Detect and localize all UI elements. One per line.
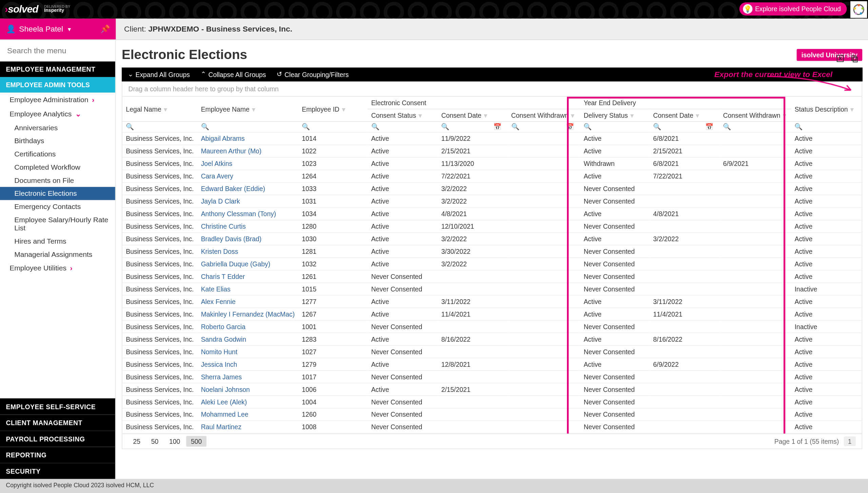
col-employee-id[interactable]: Employee ID▼ xyxy=(298,97,368,121)
page-size-25[interactable]: 25 xyxy=(128,436,145,447)
table-row[interactable]: Business Services, Inc.Nomito Hunt1027Ne… xyxy=(122,345,862,358)
search-employee-name[interactable]: 🔍 xyxy=(197,121,298,132)
col-consent-withdrawn[interactable]: Consent Withdrawn▼ xyxy=(508,109,580,121)
table-row[interactable]: Business Services, Inc.Kristen Doss1281A… xyxy=(122,245,862,258)
cell-employee-name[interactable]: Jayla D Clark xyxy=(197,195,298,208)
col-legal-name[interactable]: Legal Name▼ xyxy=(122,97,197,121)
table-row[interactable]: Business Services, Inc.Sandra Godwin1283… xyxy=(122,333,862,345)
nav-section-employee-self-service[interactable]: EMPLOYEE SELF-SERVICE xyxy=(0,398,115,415)
search-employee-id[interactable]: 🔍 xyxy=(298,121,368,132)
cell-employee-name[interactable]: Sherra James xyxy=(197,371,298,383)
filter-icon[interactable]: ▼ xyxy=(570,112,575,119)
search-d-consent-date[interactable]: 🔍📅 xyxy=(650,121,719,132)
nav-sub-certifications[interactable]: Certifications xyxy=(0,148,115,161)
nav-section-reporting[interactable]: REPORTING xyxy=(0,447,115,463)
table-row[interactable]: Business Services, Inc.Gabriella Duque (… xyxy=(122,258,862,270)
filter-icon[interactable]: ▼ xyxy=(417,112,423,119)
nav-section-payroll-processing[interactable]: PAYROLL PROCESSING xyxy=(0,431,115,447)
export-excel-button[interactable] xyxy=(836,54,845,64)
page-number[interactable]: 1 xyxy=(844,437,855,446)
nav-section-employee-management[interactable]: EMPLOYEE MANAGEMENT xyxy=(0,61,115,77)
nav-sub-completed-workflow[interactable]: Completed Workflow xyxy=(0,160,115,174)
cell-employee-name[interactable]: Cara Avery xyxy=(197,170,298,183)
calendar-icon[interactable]: 📅 xyxy=(705,123,714,131)
menu-search[interactable] xyxy=(0,40,115,61)
cell-employee-name[interactable]: Mohammed Lee xyxy=(197,408,298,421)
search-consent-status[interactable]: 🔍 xyxy=(368,121,438,132)
filter-icon[interactable]: ▼ xyxy=(251,106,256,112)
filter-icon[interactable]: ▼ xyxy=(694,112,700,119)
table-row[interactable]: Business Services, Inc.Joel Atkins1023Ac… xyxy=(122,157,862,170)
col-delivery-status[interactable]: Delivery Status▼ xyxy=(580,109,650,121)
table-row[interactable]: Business Services, Inc.Roberto Garcia100… xyxy=(122,320,862,333)
table-row[interactable]: Business Services, Inc.Bradley Davis (Br… xyxy=(122,233,862,245)
group-drop-area[interactable]: Drag a column header here to group by th… xyxy=(122,81,862,96)
filter-icon[interactable]: ▼ xyxy=(629,112,635,119)
nav-employee-administration[interactable]: Employee Administration› xyxy=(0,93,115,107)
search-consent-date[interactable]: 🔍📅 xyxy=(438,121,508,132)
nav-sub-birthdays[interactable]: Birthdays xyxy=(0,134,115,148)
copy-button[interactable] xyxy=(850,54,859,64)
nav-employee-utilities[interactable]: Employee Utilities› xyxy=(0,261,115,275)
cell-employee-name[interactable]: Sandra Godwin xyxy=(197,333,298,345)
pin-icon[interactable]: 📌 xyxy=(100,24,110,33)
table-row[interactable]: Business Services, Inc.Noelani Johnson10… xyxy=(122,383,862,396)
table-row[interactable]: Business Services, Inc.Alex Fennie1277Ac… xyxy=(122,295,862,308)
table-row[interactable]: Business Services, Inc.Christine Curtis1… xyxy=(122,220,862,233)
explore-people-cloud-button[interactable]: 💡 Explore isolved People Cloud xyxy=(739,2,847,16)
cell-employee-name[interactable]: Anthony Clessman (Tony) xyxy=(197,208,298,220)
page-size-50[interactable]: 50 xyxy=(146,436,163,447)
search-d-consent-withdrawn[interactable]: 🔍 xyxy=(719,121,791,132)
col-status-description[interactable]: Status Description▼ xyxy=(791,97,862,121)
filter-icon[interactable]: ▼ xyxy=(849,106,855,112)
expand-all-groups-button[interactable]: ⌄Expand All Groups xyxy=(128,71,190,78)
nav-section-employee-admin-tools[interactable]: EMPLOYEE ADMIN TOOLS xyxy=(0,77,115,93)
search-status[interactable]: 🔍 xyxy=(791,121,862,132)
calendar-icon[interactable]: 📅 xyxy=(566,123,574,131)
cell-employee-name[interactable]: Kate Elias xyxy=(197,283,298,295)
nav-sub-anniversaries[interactable]: Anniversaries xyxy=(0,121,115,134)
nav-section-security[interactable]: SECURITY xyxy=(0,463,115,479)
table-row[interactable]: Business Services, Inc.Jayla D Clark1031… xyxy=(122,195,862,208)
table-row[interactable]: Business Services, Inc.Mohammed Lee1260N… xyxy=(122,408,862,421)
clear-grouping-filters-button[interactable]: ↺Clear Grouping/Filters xyxy=(277,71,349,78)
table-row[interactable]: Business Services, Inc.Abigail Abrams101… xyxy=(122,132,862,145)
col-d-consent-date[interactable]: Consent Date▼ xyxy=(650,109,719,121)
cell-employee-name[interactable]: Aleki Lee (Alek) xyxy=(197,396,298,408)
cell-employee-name[interactable]: Alex Fennie xyxy=(197,295,298,308)
table-row[interactable]: Business Services, Inc.Raul Martinez1008… xyxy=(122,421,862,433)
filter-icon[interactable]: ▼ xyxy=(482,112,488,119)
color-wheel-icon[interactable] xyxy=(850,1,867,18)
col-employee-name[interactable]: Employee Name▼ xyxy=(197,97,298,121)
table-row[interactable]: Business Services, Inc.Maureen Arthur (M… xyxy=(122,145,862,157)
cell-employee-name[interactable]: Jessica Inch xyxy=(197,358,298,371)
search-legal-name[interactable]: 🔍 xyxy=(122,121,197,132)
cell-employee-name[interactable]: Joel Atkins xyxy=(197,157,298,170)
collapse-all-groups-button[interactable]: ⌃Collapse All Groups xyxy=(201,71,266,78)
page-size-500[interactable]: 500 xyxy=(186,436,206,447)
table-row[interactable]: Business Services, Inc.Jessica Inch1279A… xyxy=(122,358,862,371)
cell-employee-name[interactable]: Maureen Arthur (Mo) xyxy=(197,145,298,157)
cell-employee-name[interactable]: Nomito Hunt xyxy=(197,345,298,358)
cell-employee-name[interactable]: Edward Baker (Eddie) xyxy=(197,183,298,195)
table-row[interactable]: Business Services, Inc.Makinley I Fernan… xyxy=(122,308,862,320)
table-row[interactable]: Business Services, Inc.Aleki Lee (Alek)1… xyxy=(122,396,862,408)
cell-employee-name[interactable]: Bradley Davis (Brad) xyxy=(197,233,298,245)
nav-sub-managerial-assignments[interactable]: Managerial Assignments xyxy=(0,248,115,261)
nav-employee-analytics[interactable]: Employee Analytics⌄ xyxy=(0,107,115,121)
user-menu[interactable]: 👤 Sheela Patel ▼ 📌 xyxy=(0,19,116,40)
filter-icon[interactable]: ▼ xyxy=(162,106,168,112)
col-consent-date[interactable]: Consent Date▼ xyxy=(438,109,508,121)
table-row[interactable]: Business Services, Inc.Anthony Clessman … xyxy=(122,208,862,220)
cell-employee-name[interactable]: Roberto Garcia xyxy=(197,320,298,333)
nav-sub-hires-and-terms[interactable]: Hires and Terms xyxy=(0,235,115,248)
filter-icon[interactable]: ▼ xyxy=(782,112,787,119)
cell-employee-name[interactable]: Raul Martinez xyxy=(197,421,298,433)
page-size-100[interactable]: 100 xyxy=(164,436,185,447)
cell-employee-name[interactable]: Gabriella Duque (Gaby) xyxy=(197,258,298,270)
nav-sub-emergency-contacts[interactable]: Emergency Contacts xyxy=(0,200,115,213)
cell-employee-name[interactable]: Abigail Abrams xyxy=(197,132,298,145)
table-row[interactable]: Business Services, Inc.Edward Baker (Edd… xyxy=(122,183,862,195)
menu-search-input[interactable] xyxy=(7,46,108,55)
search-consent-withdrawn[interactable]: 🔍📅 xyxy=(508,121,580,132)
